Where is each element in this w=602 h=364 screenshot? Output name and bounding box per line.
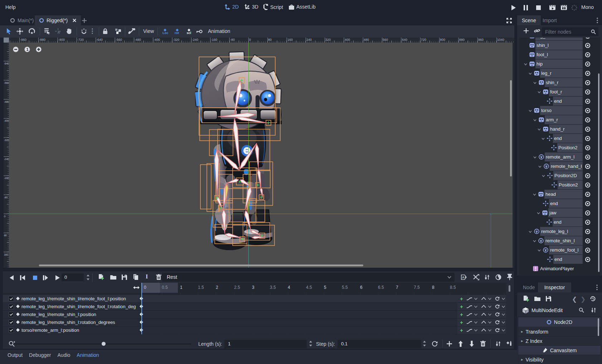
svg-text:1: 1 [26,47,29,52]
svg-text:rot: rot [175,31,179,35]
svg-text:scl: scl [187,31,191,35]
svg-text:A: A [462,276,465,279]
svg-text:Loc: Loc [162,31,168,35]
